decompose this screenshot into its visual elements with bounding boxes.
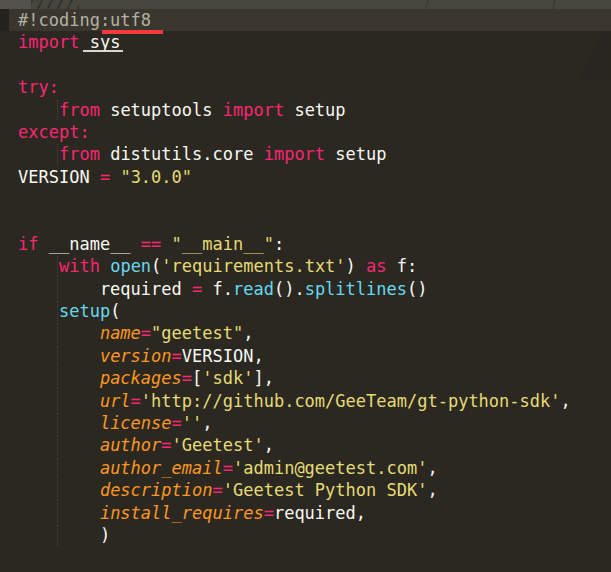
code-token: except: [18, 122, 90, 142]
code-token [18, 413, 100, 433]
code-line[interactable]: ) [0, 524, 611, 546]
code-line[interactable]: with open('requirements.txt') as f: [0, 255, 611, 277]
code-token: open [110, 256, 151, 276]
code-token [18, 144, 59, 164]
code-token: install_requires [100, 503, 264, 523]
code-line[interactable] [0, 188, 611, 210]
code-line[interactable] [0, 54, 611, 76]
code-token: '' [182, 413, 202, 433]
code-line[interactable]: #!coding:utf8 [0, 9, 611, 31]
code-token: 'requirements.txt' [161, 256, 345, 276]
code-token: 'admin@geetest.com' [233, 458, 427, 478]
code-token: , [427, 458, 437, 478]
indent-guide [57, 144, 58, 164]
indent-guide [57, 435, 58, 455]
code-line[interactable]: from setuptools import setup [0, 99, 611, 121]
code-token: f: [387, 256, 418, 276]
indent-guide [57, 525, 58, 545]
indent-guide [57, 368, 58, 388]
code-token [18, 458, 100, 478]
indent-guide [57, 301, 58, 321]
code-token: , [202, 413, 212, 433]
code-line[interactable]: license='', [0, 412, 611, 434]
code-line[interactable]: if __name__ == "__main__": [0, 233, 611, 255]
code-token: with [59, 256, 100, 276]
code-line[interactable]: try: [0, 76, 611, 98]
code-token: = [141, 323, 151, 343]
window-top-strip [0, 0, 611, 9]
code-line[interactable]: name="geetest", [0, 322, 611, 344]
code-token [161, 234, 171, 254]
code-token: == [141, 234, 161, 254]
code-token: description [100, 480, 213, 500]
code-line[interactable]: except: [0, 121, 611, 143]
code-token: version [100, 346, 172, 366]
indent-guide [57, 100, 58, 120]
code-token: ( [151, 256, 161, 276]
code-line[interactable]: import sys [0, 31, 611, 53]
indent-guide [57, 391, 58, 411]
code-token: setup [325, 144, 386, 164]
code-token: VERSION [18, 167, 100, 187]
code-token: required, [274, 503, 366, 523]
code-line[interactable]: VERSION = "3.0.0" [0, 166, 611, 188]
code-line[interactable]: description='Geetest Python SDK', [0, 479, 611, 501]
code-line[interactable]: author='Geetest', [0, 434, 611, 456]
code-token: author_email [100, 458, 223, 478]
code-token: 'http://github.com/GeeTeam/gt-python-sdk… [141, 391, 561, 411]
code-token [18, 301, 59, 321]
code-token: , [243, 323, 253, 343]
code-token: ], [253, 368, 273, 388]
code-token: from [59, 100, 100, 120]
code-editor[interactable]: #!coding:utf8import systry: from setupto… [0, 9, 611, 572]
code-token [18, 480, 100, 500]
code-line[interactable]: from distutils.core import setup [0, 143, 611, 165]
code-token: url [100, 391, 131, 411]
code-token: required [18, 279, 192, 299]
light-underline-mark [83, 50, 123, 52]
code-token: , [264, 435, 274, 455]
code-line[interactable] [0, 211, 611, 233]
indent-guide [57, 256, 58, 276]
code-token [100, 256, 110, 276]
code-token: read [233, 279, 274, 299]
code-token: import [18, 32, 79, 52]
code-token [18, 100, 59, 120]
code-token: = [212, 480, 222, 500]
code-line[interactable]: setup( [0, 300, 611, 322]
code-token: __name__ [38, 234, 140, 254]
code-token: "geetest" [151, 323, 243, 343]
code-token: VERSION, [182, 346, 264, 366]
code-token: , [561, 391, 571, 411]
code-token: as [366, 256, 386, 276]
code-token: ( [110, 301, 120, 321]
code-line[interactable]: required = f.read().splitlines() [0, 278, 611, 300]
code-token [18, 435, 100, 455]
code-token [18, 323, 100, 343]
code-token: = [264, 503, 274, 523]
code-token: = [182, 368, 192, 388]
code-token [18, 503, 100, 523]
code-line[interactable]: author_email='admin@geetest.com', [0, 457, 611, 479]
code-line[interactable]: version=VERSION, [0, 345, 611, 367]
code-token: distutils.core [100, 144, 264, 164]
code-line[interactable]: install_requires=required, [0, 502, 611, 524]
code-token [110, 167, 120, 187]
code-token: 'sdk' [202, 368, 253, 388]
code-line[interactable]: url='http://github.com/GeeTeam/gt-python… [0, 390, 611, 412]
code-token: try: [18, 77, 59, 97]
code-token: : [274, 234, 284, 254]
code-line[interactable]: packages=['sdk'], [0, 367, 611, 389]
code-token: splitlines [305, 279, 407, 299]
code-token: = [100, 167, 110, 187]
code-token: , [427, 480, 437, 500]
indent-guide [57, 323, 58, 343]
indent-guide [57, 279, 58, 299]
code-token: = [172, 413, 182, 433]
code-token: setup [59, 301, 110, 321]
code-token: import [223, 100, 284, 120]
code-token: "3.0.0" [120, 167, 192, 187]
indent-guide [57, 480, 58, 500]
code-token: import [264, 144, 325, 164]
code-token: author [100, 435, 161, 455]
